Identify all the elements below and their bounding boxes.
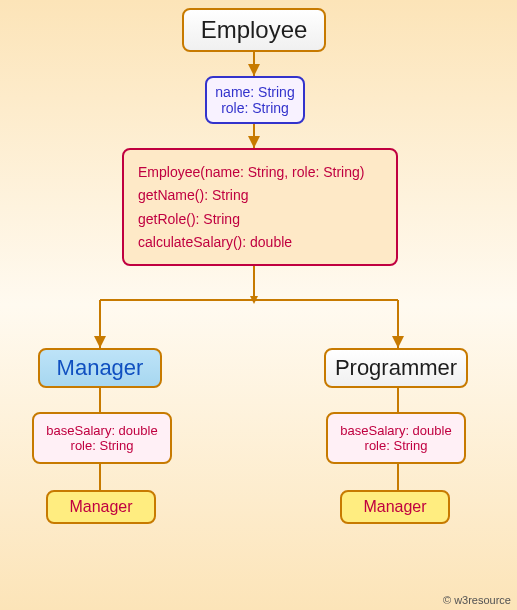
- programmer-attributes-box: baseSalary: double role: String: [326, 412, 466, 464]
- employee-method-line: calculateSalary(): double: [138, 234, 382, 250]
- employee-method-line: getName(): String: [138, 187, 382, 203]
- programmer-title-text: Programmer: [335, 350, 457, 386]
- programmer-attr-line: baseSalary: double: [340, 423, 451, 438]
- employee-methods-box: Employee(name: String, role: String) get…: [122, 148, 398, 266]
- employee-title-text: Employee: [201, 10, 308, 50]
- manager-attr-line: role: String: [71, 438, 134, 453]
- programmer-attr-line: role: String: [365, 438, 428, 453]
- programmer-label-text: Manager: [363, 492, 426, 522]
- manager-attr-line: baseSalary: double: [46, 423, 157, 438]
- programmer-class-title: Programmer: [324, 348, 468, 388]
- manager-class-title: Manager: [38, 348, 162, 388]
- employee-attributes-box: name: String role: String: [205, 76, 305, 124]
- employee-method-line: getRole(): String: [138, 211, 382, 227]
- manager-attributes-box: baseSalary: double role: String: [32, 412, 172, 464]
- employee-class-title: Employee: [182, 8, 326, 52]
- employee-attr-line: role: String: [221, 100, 289, 116]
- svg-marker-6: [250, 296, 258, 304]
- manager-title-text: Manager: [57, 350, 144, 386]
- manager-label-text: Manager: [69, 492, 132, 522]
- watermark-text: © w3resource: [443, 594, 511, 606]
- manager-label-box: Manager: [46, 490, 156, 524]
- programmer-label-box: Manager: [340, 490, 450, 524]
- employee-method-line: Employee(name: String, role: String): [138, 164, 382, 180]
- employee-attr-line: name: String: [215, 84, 294, 100]
